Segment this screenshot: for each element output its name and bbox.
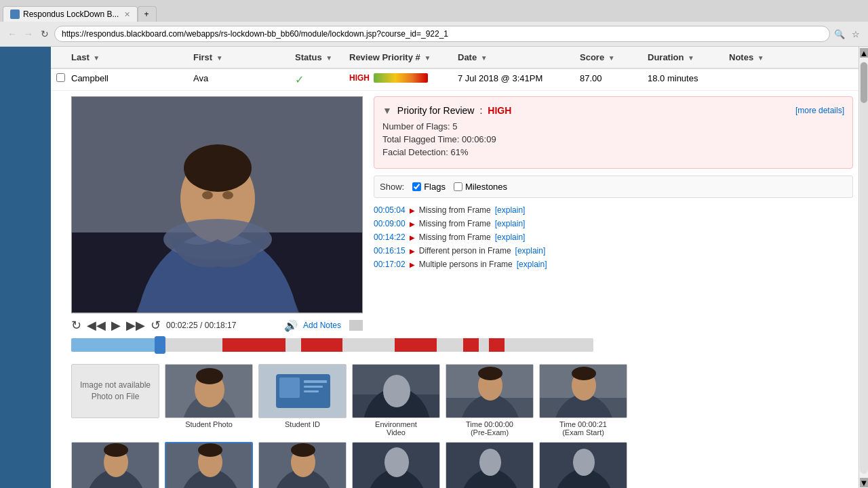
zoom-btn[interactable]: 🔍 [833, 27, 846, 41]
flag-segment-4 [463, 338, 479, 352]
main-content: Last ▼ First ▼ Status ▼ Review Priority … [51, 47, 859, 488]
flag-time-1[interactable]: 00:09:00 [374, 219, 406, 228]
thumb-row2-0[interactable] [71, 442, 159, 488]
back-btn[interactable]: ← [5, 27, 19, 41]
star-btn[interactable]: ☆ [849, 27, 863, 41]
flag-time-2[interactable]: 00:14:22 [374, 232, 406, 242]
thumbnails-section: Image not availablePhoto on File [51, 359, 859, 488]
scrollbar-thumb[interactable] [861, 62, 867, 103]
scrollbar[interactable]: ▲ ▼ [859, 47, 868, 488]
milestones-checkbox-item[interactable]: Milestones [454, 182, 507, 192]
inactive-tab[interactable]: + [138, 6, 157, 22]
status-checkmark: ✓ [295, 74, 304, 85]
pre-exam-svg [446, 364, 533, 418]
restart-btn[interactable]: ↻ [71, 318, 81, 333]
num-flags-stat: Number of Flags: 5 [382, 121, 844, 131]
flags-checkbox-item[interactable]: Flags [412, 182, 446, 192]
active-tab[interactable]: Respondus LockDown B... ✕ [3, 6, 138, 22]
flag-play-4[interactable]: ▶ [410, 261, 415, 268]
student-score: 87.00 [580, 73, 648, 83]
notes-attach-icon [349, 320, 363, 331]
priority-header: ▼ Priority for Review : HIGH [more detai… [382, 105, 844, 116]
thumb-exam-start[interactable]: Time 00:00:21(Exam Start) [539, 364, 627, 436]
milestones-checkbox[interactable] [454, 182, 462, 191]
video-display [72, 97, 363, 313]
expand-icon[interactable]: ▼ [382, 105, 392, 116]
col-notes-header[interactable]: Notes ▼ [729, 52, 783, 62]
flag-explain-1[interactable]: [explain] [495, 219, 526, 228]
forward-btn[interactable]: → [22, 27, 35, 41]
student-priority: HIGH [349, 73, 458, 83]
flag-time-3[interactable]: 00:16:15 [374, 246, 406, 256]
thumb-unavailable[interactable]: Image not availablePhoto on File [71, 364, 159, 436]
add-notes-btn[interactable]: Add Notes [303, 321, 341, 330]
progress-bar[interactable] [71, 338, 593, 352]
student-first-name: Ava [193, 73, 295, 83]
page-layout: Last ▼ First ▼ Status ▼ Review Priority … [0, 47, 868, 488]
flag-type-3: Different person in Frame [419, 246, 511, 256]
flag-play-1[interactable]: ▶ [410, 220, 415, 228]
thumb-student-photo[interactable]: Student Photo [165, 364, 253, 436]
flag-explain-4[interactable]: [explain] [517, 260, 547, 269]
thumb-row2-2[interactable] [258, 442, 347, 488]
thumb-environment[interactable]: EnvironmentVideo [352, 364, 440, 436]
more-details-link[interactable]: [more details] [795, 106, 844, 115]
flag-time-0[interactable]: 00:05:04 [374, 205, 406, 215]
col-first-header[interactable]: First ▼ [193, 52, 295, 62]
col-status-header[interactable]: Status ▼ [295, 52, 349, 62]
row-checkbox[interactable] [51, 73, 71, 84]
refresh-btn[interactable]: ↻ [38, 27, 52, 41]
svg-point-38 [104, 443, 128, 457]
select-checkbox[interactable] [56, 73, 65, 82]
svg-rect-17 [279, 378, 300, 398]
table-row: Campbell Ava ✓ HIGH 7 Jul 2018 @ 3:41PM … [51, 69, 859, 91]
col-score-header[interactable]: Score ▼ [580, 52, 648, 62]
thumb-img-row2-3 [352, 442, 440, 488]
col-date-header[interactable]: Date ▼ [458, 52, 580, 62]
thumb-student-id[interactable]: Student ID [258, 364, 347, 436]
next-btn[interactable]: ▶▶ [126, 318, 145, 333]
play-btn[interactable]: ▶ [111, 318, 121, 333]
prev-btn[interactable]: ◀◀ [87, 318, 106, 333]
tab-close-btn[interactable]: ✕ [124, 10, 130, 19]
sidebar [0, 47, 51, 488]
thumb-row2-1[interactable] [165, 442, 253, 488]
thumb-img-student-photo [165, 364, 253, 418]
flags-checkbox[interactable] [412, 182, 421, 191]
volume-icon[interactable]: 🔊 [284, 319, 298, 332]
thumb-row2-3[interactable] [352, 442, 440, 488]
row2-0-svg [72, 442, 159, 488]
svg-point-46 [291, 443, 315, 457]
row2-2-svg [259, 442, 346, 488]
forward-btn[interactable]: ↺ [151, 318, 161, 333]
student-photo-svg [165, 364, 252, 418]
progress-thumb[interactable] [155, 336, 165, 354]
flag-explain-3[interactable]: [explain] [515, 246, 546, 256]
flag-play-3[interactable]: ▶ [410, 247, 415, 255]
sort-duration-icon: ▼ [688, 54, 694, 62]
thumb-pre-exam[interactable]: Time 00:00:00(Pre-Exam) [446, 364, 534, 436]
new-tab-icon: + [144, 9, 149, 19]
show-label: Show: [380, 182, 404, 192]
row2-1-svg [166, 442, 252, 488]
thumb-row2-5[interactable] [539, 442, 627, 488]
scrollbar-up-btn[interactable]: ▲ [860, 48, 868, 58]
svg-point-49 [384, 447, 409, 477]
flag-explain-2[interactable]: [explain] [495, 232, 526, 242]
col-last-header[interactable]: Last ▼ [71, 52, 193, 62]
col-priority-header[interactable]: Review Priority # ▼ [349, 52, 458, 62]
flag-play-0[interactable]: ▶ [410, 207, 415, 214]
svg-rect-19 [304, 386, 323, 388]
row2-3-svg [353, 442, 439, 488]
flag-item-4: 00:17:02 ▶ Multiple persons in Frame [ex… [374, 258, 853, 271]
flag-explain-0[interactable]: [explain] [495, 205, 526, 215]
flag-item-2: 00:14:22 ▶ Missing from Frame [explain] [374, 230, 853, 244]
flag-segment-1 [222, 338, 285, 352]
thumb-row2-4[interactable] [446, 442, 534, 488]
flag-time-4[interactable]: 00:17:02 [374, 260, 406, 269]
address-bar[interactable] [54, 26, 830, 42]
col-duration-header[interactable]: Duration ▼ [648, 52, 729, 62]
flag-play-2[interactable]: ▶ [410, 234, 415, 241]
scrollbar-down-btn[interactable]: ▼ [860, 478, 868, 487]
flag-item-3: 00:16:15 ▶ Different person in Frame [ex… [374, 244, 853, 258]
